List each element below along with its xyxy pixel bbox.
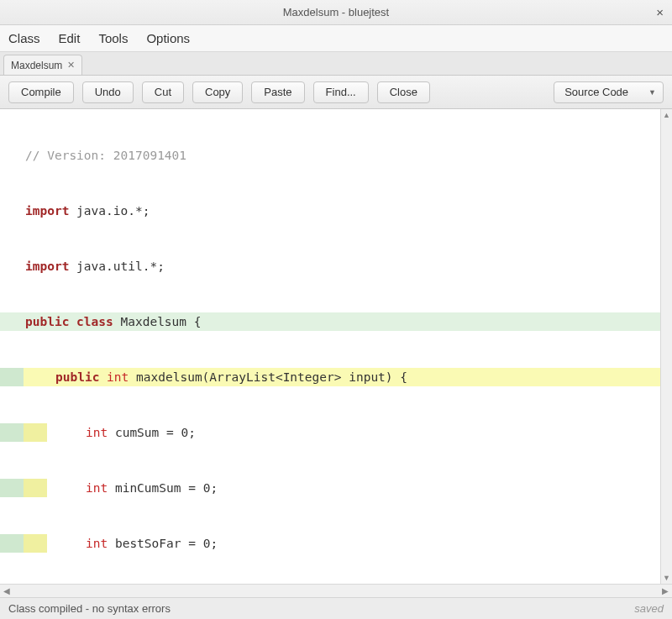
status-saved: saved [634, 602, 664, 615]
viewmode-dropdown[interactable]: Source Code ▼ [554, 81, 664, 103]
horizontal-scrollbar[interactable]: ◀ ▶ [0, 584, 672, 597]
scroll-left-icon[interactable]: ◀ [3, 586, 10, 595]
compile-button[interactable]: Compile [8, 81, 74, 103]
menu-tools[interactable]: Tools [98, 31, 128, 45]
code-editor-area: // Version: 2017091401 import java.io.*;… [0, 109, 672, 584]
toolbar: Compile Undo Cut Copy Paste Find... Clos… [0, 76, 672, 109]
tab-label: Maxdelsum [11, 60, 62, 71]
menu-options[interactable]: Options [146, 31, 190, 45]
vertical-scrollbar[interactable]: ▲ ▼ [660, 109, 672, 584]
window-titlebar: Maxdelsum - bluejtest × [0, 0, 672, 25]
paste-button[interactable]: Paste [251, 81, 304, 103]
copy-button[interactable]: Copy [192, 81, 243, 103]
tab-maxdelsum[interactable]: Maxdelsum ✕ [3, 55, 82, 75]
undo-button[interactable]: Undo [82, 81, 134, 103]
close-icon[interactable]: × [656, 5, 664, 19]
cut-button[interactable]: Cut [142, 81, 184, 103]
viewmode-label: Source Code [564, 86, 628, 98]
menu-class[interactable]: Class [8, 31, 40, 45]
close-button[interactable]: Close [377, 81, 430, 103]
scroll-up-icon[interactable]: ▲ [661, 109, 672, 121]
tab-bar: Maxdelsum ✕ [0, 52, 672, 76]
menubar: Class Edit Tools Options [0, 25, 672, 52]
menu-edit[interactable]: Edit [59, 31, 81, 45]
code-editor[interactable]: // Version: 2017091401 import java.io.*;… [0, 109, 660, 584]
scroll-down-icon[interactable]: ▼ [661, 572, 672, 584]
chevron-down-icon: ▼ [648, 88, 656, 97]
scroll-right-icon[interactable]: ▶ [662, 586, 669, 595]
status-message: Class compiled - no syntax errors [8, 602, 171, 615]
status-bar: Class compiled - no syntax errors saved [0, 597, 672, 619]
window-title: Maxdelsum - bluejtest [283, 6, 389, 18]
tab-close-icon[interactable]: ✕ [67, 60, 75, 71]
find-button[interactable]: Find... [313, 81, 369, 103]
